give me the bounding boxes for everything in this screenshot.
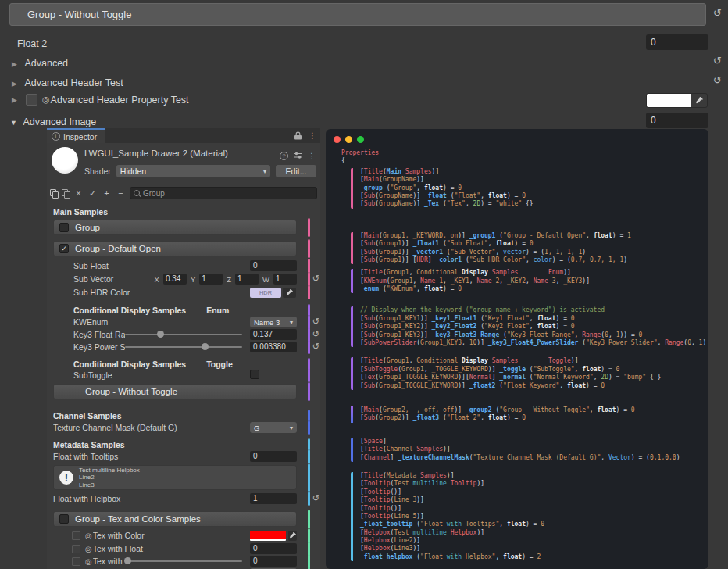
code-line: [Sub(Group1_KEY3)] _key3_Float3_Range ("… bbox=[360, 331, 705, 339]
slider-handle[interactable] bbox=[157, 331, 164, 338]
header-color-field[interactable] bbox=[646, 93, 708, 108]
code-header: Properties{ bbox=[341, 149, 705, 166]
header-checkbox[interactable] bbox=[26, 94, 37, 106]
row-sub-hdr-color: Sub HDR ColorHDR bbox=[47, 286, 320, 299]
advanced-header-property-test-foldout[interactable]: ▶ ◎ Advanced Header Property Test bbox=[12, 94, 189, 106]
code-line: [Helpbox(Line3)] bbox=[360, 545, 705, 553]
hdr-color-field[interactable]: HDR bbox=[250, 288, 297, 298]
row-texture-channel-mask-default-g: Texture Channel Mask (Default G)G▾ bbox=[47, 421, 320, 434]
paste-icon[interactable] bbox=[62, 189, 70, 198]
color-swatch-rgb bbox=[250, 531, 286, 539]
axis-field-y[interactable]: 1 bbox=[199, 274, 223, 284]
group-checkbox[interactable] bbox=[59, 223, 69, 232]
float2-field[interactable]: 0 bbox=[646, 34, 708, 50]
code-line: _enum ("KWEnum", float) = 0 bbox=[360, 285, 705, 293]
group-header-group-default-open[interactable]: ✓Group - Default Open bbox=[53, 241, 297, 256]
collapse-icon[interactable]: × bbox=[73, 188, 84, 198]
dropdown-texture-channel-mask-default-g[interactable]: G▾ bbox=[250, 422, 297, 433]
copy-icon[interactable] bbox=[50, 189, 58, 198]
code-line: [Sub(GroupName)] _float ("Float", float)… bbox=[360, 192, 705, 200]
color-field[interactable] bbox=[250, 531, 297, 541]
row-float-with-tooltips: Float with Tooltips0 bbox=[47, 450, 320, 463]
slider-value-field[interactable]: 0.137 bbox=[250, 329, 297, 340]
lock-icon[interactable] bbox=[294, 129, 302, 143]
help-icon[interactable]: ? bbox=[280, 152, 288, 160]
slider-track-key3-float-range[interactable] bbox=[125, 334, 242, 335]
axis-field-z[interactable]: 1 bbox=[235, 274, 259, 284]
axis-field-x[interactable]: 0.34 bbox=[163, 274, 187, 284]
row-subtoggle: SubToggle bbox=[47, 369, 320, 381]
code-line: [Helpbox(Line2)] bbox=[360, 537, 705, 545]
texture-thumbnail[interactable] bbox=[72, 545, 80, 553]
float-field-float-with-helpbox[interactable]: 1 bbox=[250, 493, 297, 504]
shader-dropdown[interactable]: Hidden ▾ bbox=[116, 165, 270, 177]
reset-icon[interactable]: ↺ bbox=[312, 317, 319, 327]
group-header-group-tex-and-color-samples[interactable]: Group - Tex and Color Samples bbox=[53, 511, 297, 527]
tab-inspector[interactable]: i Inspector bbox=[47, 128, 105, 143]
code-block-4: [Title(Group1, Conditional Display Sampl… bbox=[351, 357, 705, 390]
edit-shader-button[interactable]: Edit... bbox=[276, 165, 316, 177]
property-label: Sub Float bbox=[73, 261, 250, 270]
slider-handle[interactable] bbox=[124, 557, 131, 564]
maximize-icon[interactable] bbox=[357, 136, 364, 143]
reset-icon[interactable]: ↺ bbox=[312, 274, 319, 284]
material-preview-sphere[interactable] bbox=[52, 147, 78, 174]
texture-thumbnail[interactable] bbox=[72, 557, 80, 566]
reset-icon[interactable]: ↺ bbox=[312, 493, 319, 503]
advanced-image-field[interactable]: 0 bbox=[646, 113, 708, 128]
section-color-bar bbox=[308, 449, 310, 463]
presets-icon[interactable] bbox=[294, 149, 302, 163]
section-color-bar bbox=[308, 285, 310, 299]
float-field-tex-with-float[interactable]: 0 bbox=[250, 543, 297, 554]
code-block-6: [Space][Title(Channel Samples)][Channel]… bbox=[351, 438, 705, 462]
code-line: [Sub(Group2)] _float3 ("Float 2", float)… bbox=[360, 414, 705, 422]
property-label: Sub HDR Color bbox=[73, 288, 250, 297]
hdr-color-swatch[interactable]: HDR bbox=[250, 288, 281, 298]
slider-value-field[interactable]: 0.003380 bbox=[250, 342, 297, 352]
close-icon[interactable] bbox=[334, 136, 341, 143]
advanced-image-foldout[interactable]: ▼ Advanced Image bbox=[10, 114, 96, 128]
kebab-icon[interactable]: ⋮ bbox=[309, 131, 316, 140]
circle-dot-icon: ◎ bbox=[85, 545, 92, 553]
shader-source-code[interactable]: Properties{[Title(Main Samples)][Main(Gr… bbox=[341, 149, 705, 569]
group-header-group[interactable]: Group bbox=[53, 220, 297, 235]
reset-icon[interactable]: ↺ bbox=[312, 342, 319, 352]
kebab-icon[interactable]: ⋮ bbox=[308, 152, 316, 160]
eyedropper-icon[interactable] bbox=[288, 531, 297, 541]
code-line: [Sub(Group1)] [HDR] _color1 ("Sub HDR Co… bbox=[360, 256, 705, 264]
group-without-toggle-header[interactable]: Group - Without Toggle bbox=[9, 3, 706, 26]
dropdown-kwenum[interactable]: Name 3▾ bbox=[250, 317, 297, 327]
axis-field-w[interactable]: 1 bbox=[273, 274, 297, 284]
section-label: Channel Samples bbox=[53, 411, 122, 420]
add-icon[interactable]: + bbox=[102, 188, 112, 198]
eyedropper-icon[interactable] bbox=[283, 288, 296, 298]
reset-icon[interactable]: ↺ bbox=[713, 75, 722, 85]
slider-value-field[interactable]: 0 bbox=[250, 556, 297, 567]
texture-thumbnail[interactable] bbox=[72, 531, 80, 540]
float-field-float-with-tooltips[interactable]: 0 bbox=[250, 451, 297, 462]
advanced-foldout[interactable]: ▶ Advanced bbox=[12, 55, 68, 70]
minimize-icon[interactable] bbox=[345, 136, 352, 143]
reset-icon[interactable]: ↺ bbox=[713, 8, 722, 18]
float-field-sub-float[interactable]: 0 bbox=[250, 260, 297, 271]
eyedropper-icon[interactable] bbox=[691, 94, 707, 107]
row-group-default-open: ✓Group - Default Open bbox=[47, 240, 320, 257]
color-swatch-white[interactable] bbox=[647, 94, 691, 107]
group-checkbox[interactable]: ✓ bbox=[59, 244, 69, 253]
axis-label: W bbox=[262, 275, 269, 284]
reset-icon[interactable]: ↺ bbox=[713, 55, 722, 66]
color-swatch[interactable] bbox=[250, 531, 286, 541]
slider-track-key3-power-slider[interactable] bbox=[125, 346, 242, 348]
group-checkbox[interactable] bbox=[59, 514, 69, 524]
property-label: Sub Vector bbox=[73, 274, 155, 284]
group-header-label: Group - Without Toggle bbox=[27, 9, 131, 20]
remove-icon[interactable]: − bbox=[116, 188, 126, 198]
checkbox-subtoggle[interactable] bbox=[250, 370, 259, 379]
slider-handle[interactable] bbox=[202, 343, 209, 350]
search-input[interactable]: Group bbox=[130, 187, 317, 199]
group-header-group-without-toggle[interactable]: Group - Without Toggle bbox=[53, 384, 297, 399]
slider-track-tex-with-range[interactable] bbox=[125, 560, 242, 562]
reset-icon[interactable]: ↺ bbox=[312, 329, 319, 339]
check-icon[interactable]: ✓ bbox=[87, 188, 98, 199]
advanced-header-test-foldout[interactable]: ▶ Advanced Header Test bbox=[12, 75, 123, 89]
